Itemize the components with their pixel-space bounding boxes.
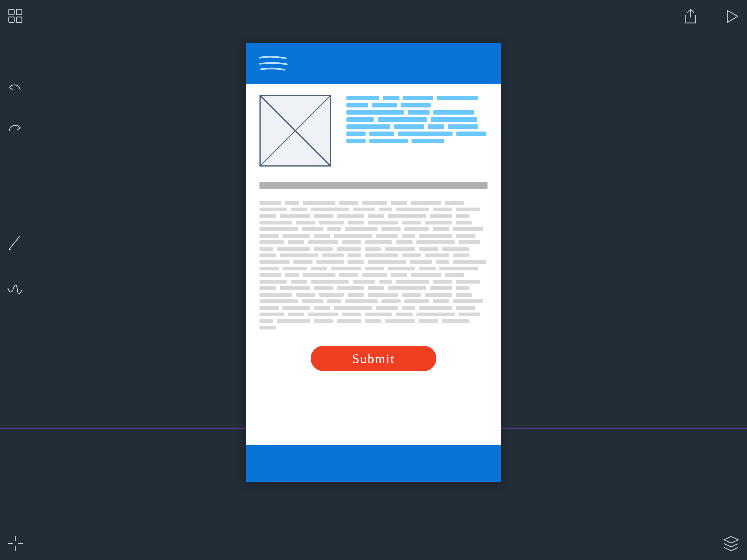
squiggle-icon	[6, 284, 23, 298]
intro-text-placeholder	[346, 95, 488, 167]
play-button[interactable]	[725, 9, 739, 25]
artboard-mobile-mockup[interactable]: Submit	[247, 43, 500, 482]
submit-button[interactable]: Submit	[311, 346, 436, 371]
svg-marker-9	[724, 536, 738, 543]
image-placeholder[interactable]	[259, 95, 331, 167]
pencil-tool[interactable]	[8, 234, 22, 252]
redo-button[interactable]	[7, 123, 22, 136]
layers-icon	[723, 536, 739, 551]
freehand-tool[interactable]	[6, 284, 23, 299]
redo-icon	[7, 123, 22, 134]
grid-icon	[8, 8, 23, 24]
mockup-footer	[247, 445, 500, 482]
share-button[interactable]	[684, 8, 698, 26]
undo-icon	[7, 82, 22, 94]
svg-rect-2	[9, 17, 14, 22]
undo-button[interactable]	[7, 82, 22, 95]
hamburger-icon[interactable]	[258, 54, 288, 73]
svg-rect-0	[9, 9, 14, 15]
alignment-toggle[interactable]	[8, 536, 23, 552]
share-icon	[684, 8, 698, 25]
layers-button[interactable]	[723, 536, 739, 552]
play-icon	[725, 9, 739, 24]
svg-rect-1	[17, 9, 22, 15]
section-divider	[259, 182, 488, 189]
body-text-placeholder	[259, 201, 488, 330]
crosshair-icon	[8, 536, 23, 551]
svg-rect-3	[17, 17, 22, 22]
mockup-header	[247, 43, 500, 84]
pencil-icon	[8, 234, 22, 251]
projects-button[interactable]	[8, 8, 23, 25]
svg-marker-4	[727, 10, 738, 22]
